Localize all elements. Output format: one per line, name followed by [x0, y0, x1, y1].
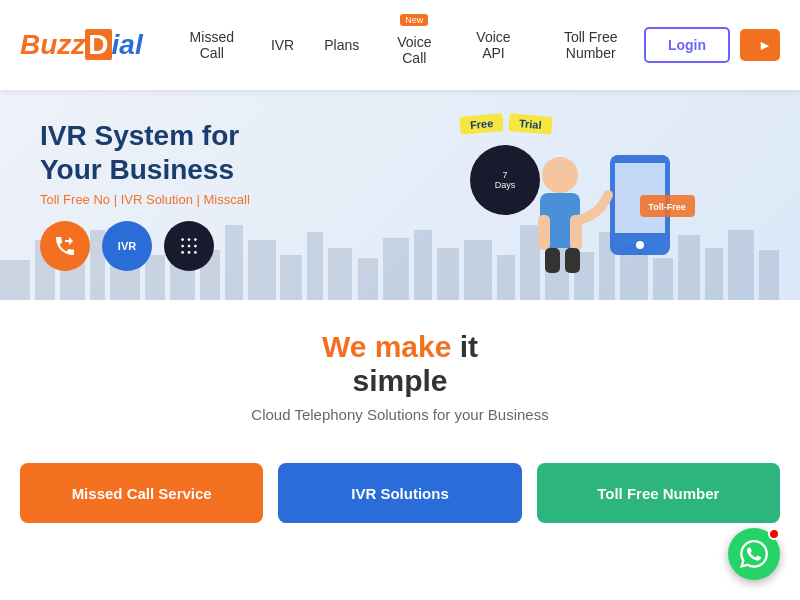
- header: BuzzDial Missed Call IVR Plans New Voice…: [0, 0, 800, 90]
- toll-free-number-card[interactable]: Toll Free Number: [537, 463, 780, 523]
- nav-plans-label: Plans: [324, 37, 359, 53]
- svg-rect-12: [328, 248, 352, 300]
- whatsapp-notification-dot: [768, 528, 780, 540]
- section-simple: We make itsimple Cloud Telephony Solutio…: [0, 300, 800, 443]
- svg-point-31: [194, 238, 197, 241]
- section-subtext: Cloud Telephony Solutions for your Busin…: [20, 406, 780, 423]
- ivr-solutions-card[interactable]: IVR Solutions: [278, 463, 521, 523]
- svg-point-41: [542, 157, 578, 193]
- phone-callback-icon: [53, 234, 77, 258]
- hero-title-line2: Your Business: [40, 153, 250, 187]
- nav-voice-call-label: Voice Call: [397, 34, 431, 66]
- header-actions: Login ►: [644, 27, 780, 63]
- signup-button[interactable]: ►: [740, 29, 780, 61]
- nav-voice-api[interactable]: Voice API: [459, 24, 527, 66]
- svg-rect-45: [545, 248, 560, 273]
- svg-point-29: [181, 238, 184, 241]
- svg-rect-11: [307, 232, 323, 300]
- dialpad-icon: [178, 235, 200, 257]
- new-badge: New: [400, 14, 428, 26]
- hero-title: IVR System for Your Business: [40, 119, 250, 186]
- nav-missed-call-label: Missed Call: [190, 29, 234, 61]
- svg-point-35: [181, 251, 184, 254]
- nav-missed-call[interactable]: Missed Call: [173, 24, 251, 66]
- svg-point-34: [194, 245, 197, 248]
- nav-voice-call[interactable]: New Voice Call: [379, 20, 449, 71]
- nav-ivr[interactable]: IVR: [261, 32, 304, 58]
- main-nav: Missed Call IVR Plans New Voice Call Voi…: [173, 20, 644, 71]
- free-badge: Free: [459, 113, 504, 135]
- svg-rect-28: [759, 250, 779, 300]
- nav-toll-free[interactable]: Toll Free Number: [538, 24, 644, 66]
- whatsapp-icon: [740, 540, 768, 568]
- nav-plans[interactable]: Plans: [314, 32, 369, 58]
- nav-toll-free-label: Toll Free Number: [564, 29, 618, 61]
- ivr-icon-btn[interactable]: IVR: [102, 221, 152, 271]
- hero-icon-buttons: IVR: [40, 221, 250, 271]
- svg-rect-13: [358, 258, 378, 300]
- nav-voice-api-label: Voice API: [476, 29, 510, 61]
- logo[interactable]: BuzzDial: [20, 29, 143, 61]
- person-illustration: Toll-Free: [500, 125, 700, 300]
- svg-point-30: [188, 238, 191, 241]
- hero-subtitle: Toll Free No | IVR Solution | Misscall: [40, 192, 250, 207]
- whatsapp-button[interactable]: [728, 528, 780, 580]
- service-cards: Missed Call Service IVR Solutions Toll F…: [0, 463, 800, 523]
- svg-rect-43: [538, 215, 550, 250]
- hero-banner: IVR System for Your Business Toll Free N…: [0, 90, 800, 300]
- svg-text:Toll-Free: Toll-Free: [648, 202, 685, 212]
- svg-point-37: [194, 251, 197, 254]
- logo-ial: ial: [112, 29, 143, 60]
- logo-buzz: Buzz: [20, 29, 85, 60]
- svg-rect-27: [728, 230, 754, 300]
- missed-call-icon-btn[interactable]: [40, 221, 90, 271]
- missed-call-card[interactable]: Missed Call Service: [20, 463, 263, 523]
- login-button[interactable]: Login: [644, 27, 730, 63]
- svg-point-32: [181, 245, 184, 248]
- section-heading: We make itsimple: [20, 330, 780, 398]
- section-heading-orange: We make: [322, 330, 452, 363]
- svg-rect-46: [565, 248, 580, 273]
- hero-right: Free 7 Days Trial Toll-Free: [380, 90, 720, 300]
- ivr-label: IVR: [118, 240, 136, 252]
- nav-ivr-label: IVR: [271, 37, 294, 53]
- svg-point-33: [188, 245, 191, 248]
- svg-point-40: [636, 241, 644, 249]
- logo-d: D: [85, 29, 111, 60]
- dialpad-icon-btn[interactable]: [164, 221, 214, 271]
- hero-content: IVR System for Your Business Toll Free N…: [0, 99, 290, 291]
- svg-point-36: [188, 251, 191, 254]
- hero-title-line1: IVR System for: [40, 119, 250, 153]
